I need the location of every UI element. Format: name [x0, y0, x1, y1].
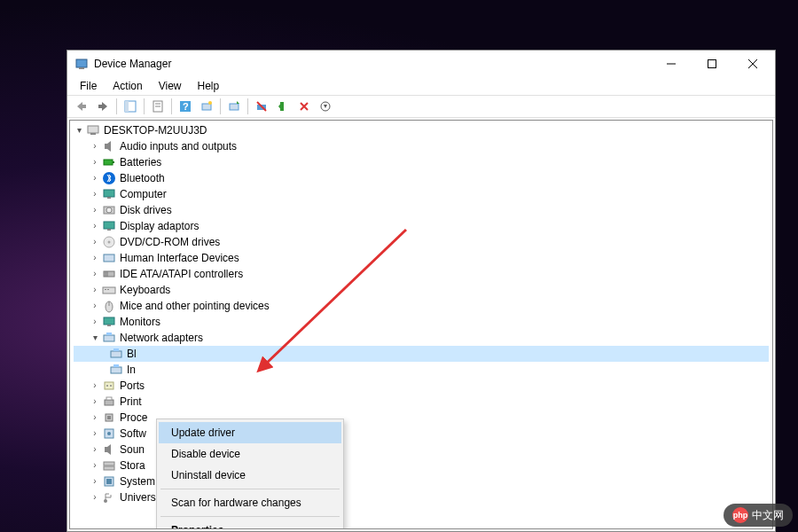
disable-down-button[interactable] — [315, 97, 336, 116]
context-menu-separator — [160, 516, 340, 517]
context-menu-item[interactable]: Disable device — [159, 443, 341, 465]
expand-icon[interactable]: › — [90, 157, 100, 168]
svg-rect-48 — [107, 289, 109, 290]
expand-icon[interactable]: › — [90, 269, 100, 279]
context-menu-item[interactable]: Update driver — [159, 422, 341, 443]
svg-rect-70 — [104, 462, 114, 466]
tree-child-node[interactable]: In — [74, 362, 769, 378]
menu-file[interactable]: File — [73, 78, 104, 94]
expand-icon[interactable]: › — [90, 205, 100, 215]
disable-button[interactable] — [293, 97, 315, 116]
expand-icon[interactable]: › — [90, 237, 100, 247]
close-button[interactable] — [732, 51, 773, 77]
update-driver-button[interactable] — [223, 97, 245, 116]
tree-node[interactable]: ›DVD/CD-ROM drives — [74, 234, 769, 250]
expand-icon[interactable]: › — [90, 444, 100, 455]
maximize-button[interactable] — [692, 51, 732, 77]
enable-button[interactable] — [272, 97, 293, 116]
computer-icon — [86, 123, 100, 137]
svg-marker-69 — [107, 444, 111, 455]
expand-icon[interactable]: › — [90, 221, 100, 231]
expand-icon[interactable]: › — [90, 492, 100, 503]
tree-label: Monitors — [120, 316, 160, 328]
tree-label: Network adapters — [120, 332, 203, 344]
toolbar-separator — [220, 98, 221, 114]
tree-node[interactable]: ›Print — [74, 394, 769, 410]
svg-rect-46 — [103, 287, 115, 293]
tree-node[interactable]: ›Bluetooth — [74, 170, 769, 186]
tree-label: Proce — [120, 411, 147, 424]
keyboard-icon — [102, 283, 116, 297]
minimize-button[interactable] — [651, 51, 692, 77]
svg-point-41 — [108, 241, 111, 244]
bluetooth-icon — [102, 171, 116, 185]
tree-node[interactable]: ›Monitors — [74, 314, 769, 330]
svg-rect-29 — [105, 144, 107, 149]
tree-node[interactable]: ›IDE ATA/ATAPI controllers — [74, 266, 769, 282]
battery-icon — [102, 155, 116, 169]
forward-button[interactable] — [92, 97, 113, 116]
svg-rect-73 — [106, 479, 112, 484]
svg-rect-57 — [111, 367, 121, 373]
toolbar-separator — [144, 98, 145, 114]
menu-action[interactable]: Action — [106, 78, 149, 94]
tree-label: Softw — [120, 427, 146, 440]
svg-marker-8 — [102, 102, 107, 111]
expand-icon[interactable]: › — [90, 396, 100, 407]
tree-node[interactable]: ›Computer — [74, 186, 769, 202]
tree-node[interactable]: ›Display adaptors — [74, 218, 769, 234]
svg-rect-63 — [106, 397, 112, 400]
expand-icon[interactable]: › — [90, 412, 100, 423]
tree-root[interactable]: ▾DESKTOP-M2UUJ3D — [74, 122, 769, 138]
context-menu-item[interactable]: Properties — [159, 520, 341, 529]
expand-icon[interactable]: ▾ — [90, 332, 100, 343]
svg-rect-62 — [105, 400, 113, 405]
expand-icon[interactable]: › — [90, 380, 100, 391]
tree-label: Display adaptors — [120, 220, 199, 232]
tree-node[interactable]: ›Disk drives — [74, 202, 769, 218]
expand-icon[interactable]: › — [90, 173, 100, 184]
expand-icon[interactable]: ▾ — [74, 125, 84, 136]
svg-marker-30 — [107, 141, 111, 152]
expand-icon[interactable]: › — [90, 141, 100, 152]
expand-icon[interactable]: › — [90, 253, 100, 263]
tree-label: Stora — [120, 459, 145, 472]
svg-rect-54 — [106, 332, 112, 335]
menu-help[interactable]: Help — [191, 78, 227, 94]
tree-node[interactable]: ›Ports — [74, 378, 769, 394]
svg-rect-42 — [104, 254, 114, 262]
expand-icon[interactable]: › — [90, 460, 100, 471]
expand-icon[interactable]: › — [90, 301, 100, 311]
svg-rect-17 — [202, 104, 211, 110]
svg-marker-6 — [77, 102, 82, 111]
tree-node[interactable]: ›Mice and other pointing devices — [74, 298, 769, 314]
expand-icon[interactable]: › — [90, 428, 100, 439]
tree-label: Bluetooth — [120, 172, 165, 184]
tree-node[interactable]: ›Human Interface Devices — [74, 250, 769, 266]
back-button[interactable] — [71, 97, 92, 116]
svg-rect-3 — [708, 60, 716, 68]
expand-icon[interactable]: › — [90, 476, 100, 487]
context-menu-item[interactable]: Scan for hardware changes — [159, 492, 341, 513]
expand-icon[interactable]: › — [90, 189, 100, 200]
svg-rect-34 — [104, 190, 114, 197]
menu-view[interactable]: View — [152, 78, 189, 94]
properties-button[interactable] — [147, 97, 168, 116]
uninstall-button[interactable] — [251, 97, 272, 116]
usb-icon — [102, 490, 116, 505]
tree-node[interactable]: ▾Network adapters — [74, 330, 769, 346]
show-hide-tree-button[interactable] — [120, 97, 141, 116]
monitor-icon — [102, 315, 116, 329]
scan-hardware-button[interactable] — [196, 97, 217, 116]
tree-node[interactable]: ›Keyboards — [74, 282, 769, 298]
expand-icon[interactable]: › — [90, 285, 100, 295]
context-menu-item[interactable]: Uninstall device — [159, 465, 341, 486]
svg-rect-65 — [107, 416, 111, 419]
expand-icon[interactable]: › — [90, 317, 100, 327]
tree-node[interactable]: ›Audio inputs and outputs — [74, 138, 769, 154]
tree-node[interactable]: ›Batteries — [74, 154, 769, 170]
help-button[interactable]: ? — [175, 97, 196, 116]
tree-child-node[interactable]: Bl — [74, 346, 769, 362]
storage-icon — [102, 458, 116, 473]
port-icon — [102, 379, 116, 393]
